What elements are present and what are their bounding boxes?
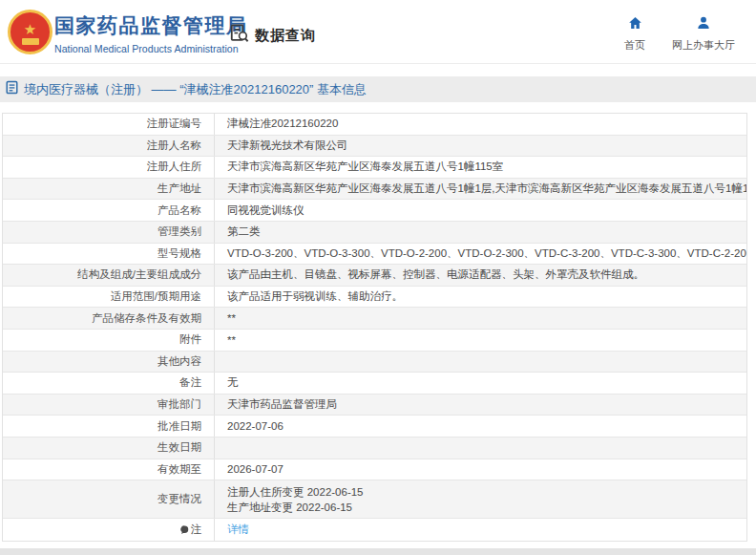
table-row: 附件** xyxy=(3,330,746,352)
table-row: 适用范围/预期用途该产品适用于弱视训练、辅助治疗。 xyxy=(3,287,746,309)
agency-name-cn: 国家药品监督管理局 xyxy=(54,12,248,39)
row-label: 结构及组成/主要组成成分 xyxy=(3,265,215,286)
row-value: ** xyxy=(215,308,746,329)
row-label: 有效期至 xyxy=(3,459,215,480)
table-row: 结构及组成/主要组成成分该产品由主机、目镜盘、视标屏幕、控制器、电源适配器、头架… xyxy=(3,265,746,287)
national-emblem-logo: ★ xyxy=(8,10,52,54)
nav-home[interactable]: 首页 xyxy=(624,15,645,53)
row-label: 注册人名称 xyxy=(3,136,215,157)
note-label: 注 xyxy=(191,523,202,537)
data-query-section[interactable]: 数据查询 xyxy=(229,23,316,48)
row-label: 变更情况 xyxy=(3,480,215,518)
nav-home-label: 首页 xyxy=(624,38,645,53)
row-value: 注册人住所变更 2022-06-15 生产地址变更 2022-06-15 xyxy=(215,480,746,518)
row-label: 备注 xyxy=(3,373,215,394)
home-icon xyxy=(627,15,643,34)
table-row: 审批部门天津市药品监督管理局 xyxy=(3,395,746,416)
change-line: 注册人住所变更 2022-06-15 xyxy=(227,484,364,500)
table-row: 有效期至2026-07-07 xyxy=(3,459,746,481)
table-row: 批准日期2022-07-06 xyxy=(3,416,746,438)
row-label: 批准日期 xyxy=(3,416,215,437)
document-icon xyxy=(6,80,18,98)
row-value xyxy=(215,352,746,373)
table-row: 产品名称同视视觉训练仪 xyxy=(3,200,746,222)
breadcrumb-bar: 境内医疗器械（注册） —— “津械注准20212160220” 基本信息 xyxy=(0,76,756,102)
nav-online-hall[interactable]: 网上办事大厅 xyxy=(672,15,735,53)
row-value xyxy=(215,438,746,459)
row-value: 天津市药品监督管理局 xyxy=(215,395,746,416)
row-label: 审批部门 xyxy=(3,395,215,416)
row-value: 该产品由主机、目镜盘、视标屏幕、控制器、电源适配器、头架、外罩壳及软件组成。 xyxy=(215,265,746,286)
table-row: 产品储存条件及有效期** xyxy=(3,308,746,330)
agency-name-en: National Medical Products Administration xyxy=(54,43,248,54)
page: ★ 国家药品监督管理局 National Medical Products Ad… xyxy=(0,0,756,555)
row-value: 详情 xyxy=(215,519,746,541)
table-row: 管理类别第二类 xyxy=(3,222,746,244)
row-label: 其他内容 xyxy=(3,352,215,373)
row-value: 第二类 xyxy=(215,222,746,243)
table-row: 备注无 xyxy=(3,373,746,395)
nav-online-hall-label: 网上办事大厅 xyxy=(672,38,735,53)
table-row: 注册人名称天津新视光技术有限公司 xyxy=(3,136,746,158)
star-icon: ★ xyxy=(24,22,36,36)
table-row-change-history: 变更情况 注册人住所变更 2022-06-15 生产地址变更 2022-06-1… xyxy=(3,480,746,519)
breadcrumb: 境内医疗器械（注册） —— “津械注准20212160220” 基本信息 xyxy=(24,81,367,98)
table-row: 注册人住所天津市滨海高新区华苑产业区海泰发展五道八号1幢115室 xyxy=(3,157,746,179)
change-line: 生产地址变更 2022-06-15 xyxy=(227,500,352,515)
row-label: 适用范围/预期用途 xyxy=(3,287,215,308)
user-icon xyxy=(696,15,711,34)
site-header: ★ 国家药品监督管理局 National Medical Products Ad… xyxy=(0,0,756,64)
table-row: 生效日期 xyxy=(3,438,746,459)
data-query-label: 数据查询 xyxy=(255,27,316,45)
row-label: 产品储存条件及有效期 xyxy=(3,308,215,329)
table-row-note: 注 详情 xyxy=(3,519,746,541)
row-label: 型号规格 xyxy=(3,244,215,265)
table-row: 生产地址天津市滨海高新区华苑产业区海泰发展五道八号1幢1层,天津市滨海高新区华苑… xyxy=(3,179,746,201)
table-row: 型号规格VTD-O-3-200、VTD-O-3-300、VTD-O-2-200、… xyxy=(3,244,746,266)
row-value: 天津市滨海高新区华苑产业区海泰发展五道八号1幢115室 xyxy=(215,157,746,178)
table-row: 注册证编号津械注准20212160220 xyxy=(3,114,746,136)
registration-detail-table: 注册证编号津械注准20212160220 注册人名称天津新视光技术有限公司 注册… xyxy=(2,113,747,542)
row-value: 同视视觉训练仪 xyxy=(215,200,746,221)
row-value: VTD-O-3-200、VTD-O-3-300、VTD-O-2-200、VTD-… xyxy=(215,244,746,265)
row-label: 管理类别 xyxy=(3,222,215,243)
row-label: 附件 xyxy=(3,330,215,351)
document-search-icon xyxy=(229,23,250,48)
row-value: ** xyxy=(215,330,746,351)
horizontal-scrollbar[interactable] xyxy=(0,548,756,555)
row-value: 天津新视光技术有限公司 xyxy=(215,136,746,157)
row-value: 无 xyxy=(215,373,746,394)
row-label: 注册证编号 xyxy=(3,114,215,135)
table-row: 其他内容 xyxy=(3,352,746,374)
row-value: 该产品适用于弱视训练、辅助治疗。 xyxy=(215,287,746,308)
row-label: 产品名称 xyxy=(3,200,215,221)
row-value: 津械注准20212160220 xyxy=(215,114,746,135)
row-value: 天津市滨海高新区华苑产业区海泰发展五道八号1幢1层,天津市滨海高新区华苑产业区海… xyxy=(215,179,746,200)
row-label: 生效日期 xyxy=(3,438,215,459)
row-label: 生产地址 xyxy=(3,179,215,200)
row-value: 2022-07-06 xyxy=(215,416,746,437)
row-label: 注 xyxy=(3,519,215,541)
detail-link[interactable]: 详情 xyxy=(227,523,249,537)
row-value: 2026-07-07 xyxy=(215,459,746,480)
row-label: 注册人住所 xyxy=(3,157,215,178)
note-icon xyxy=(180,524,189,536)
agency-title-block: 国家药品监督管理局 National Medical Products Admi… xyxy=(54,12,248,54)
gate-icon xyxy=(22,38,39,45)
top-nav: 首页 网上办事大厅 xyxy=(624,15,735,53)
